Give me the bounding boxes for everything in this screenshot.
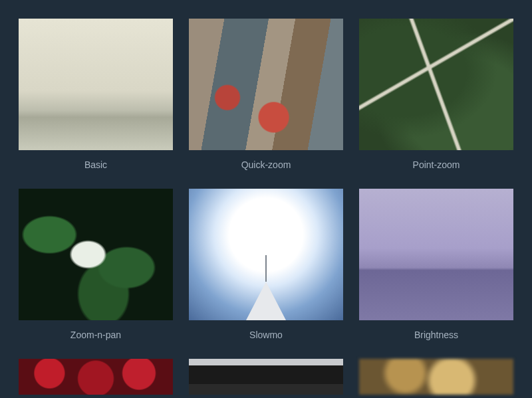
thumbnail-zoom-n-pan[interactable] <box>19 189 173 320</box>
caption-slowmo: Slowmo <box>249 330 283 340</box>
thumbnail-slowmo[interactable] <box>189 189 343 320</box>
caption-basic: Basic <box>84 159 107 170</box>
gallery-card-quick-zoom[interactable]: Quick-zoom <box>189 19 343 170</box>
gallery-card-slowmo[interactable]: Slowmo <box>189 189 343 340</box>
gallery-card-basic[interactable]: Basic <box>19 19 173 170</box>
thumbnail-basic[interactable] <box>19 19 173 150</box>
gallery-card-row3-a[interactable] <box>19 359 173 395</box>
gallery-card-point-zoom[interactable]: Point-zoom <box>359 19 513 170</box>
thumbnail-row3-a[interactable] <box>19 359 173 395</box>
thumbnail-row3-c[interactable] <box>359 359 513 395</box>
gallery-card-zoom-n-pan[interactable]: Zoom-n-pan <box>19 189 173 340</box>
thumbnail-brightness[interactable] <box>359 189 513 320</box>
thumbnail-point-zoom[interactable] <box>359 19 513 150</box>
thumbnail-quick-zoom[interactable] <box>189 19 343 150</box>
gallery-grid: Basic Quick-zoom Point-zoom Zoom-n-pan S… <box>19 19 513 395</box>
thumbnail-row3-b[interactable] <box>189 359 343 395</box>
gallery-card-row3-c[interactable] <box>359 359 513 395</box>
caption-quick-zoom: Quick-zoom <box>241 159 291 170</box>
caption-point-zoom: Point-zoom <box>413 159 460 170</box>
caption-zoom-n-pan: Zoom-n-pan <box>70 330 121 340</box>
gallery-card-brightness[interactable]: Brightness <box>359 189 513 340</box>
gallery-card-row3-b[interactable] <box>189 359 343 395</box>
caption-brightness: Brightness <box>414 330 458 340</box>
